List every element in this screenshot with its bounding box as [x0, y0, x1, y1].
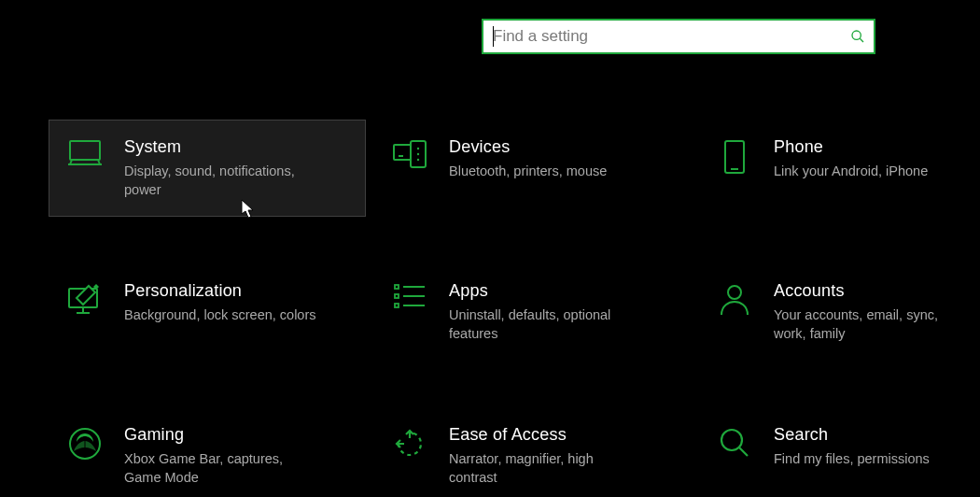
tile-desc: Background, lock screen, colors [124, 306, 320, 325]
phone-icon [716, 139, 753, 177]
tile-title: Personalization [124, 281, 352, 301]
tile-ease-of-access[interactable]: Ease of Access Narrator, magnifier, high… [373, 407, 691, 497]
tile-apps[interactable]: Apps Uninstall, defaults, optional featu… [373, 263, 691, 361]
svg-point-10 [417, 153, 419, 155]
tile-desc: Bluetooth, printers, mouse [449, 163, 645, 181]
svg-line-1 [860, 38, 863, 42]
apps-icon [391, 283, 428, 320]
svg-point-25 [721, 430, 742, 450]
search-icon [842, 29, 874, 44]
tile-title: Ease of Access [449, 425, 677, 445]
tile-title: Devices [449, 137, 677, 157]
svg-line-26 [739, 447, 748, 456]
text-caret [493, 26, 494, 47]
devices-icon [391, 139, 428, 177]
tile-title: Search [774, 425, 973, 445]
tile-search[interactable]: Search Find my files, permissions [698, 407, 980, 497]
tile-phone[interactable]: Phone Link your Android, iPhone [698, 120, 980, 217]
search-input[interactable] [483, 21, 842, 52]
svg-rect-19 [395, 304, 399, 307]
tile-title: Apps [449, 281, 677, 301]
tile-title: Gaming [124, 425, 352, 445]
tile-desc: Your accounts, email, sync, work, family [774, 306, 970, 343]
svg-rect-12 [725, 141, 744, 173]
tile-system[interactable]: System Display, sound, notifications, po… [49, 120, 366, 217]
svg-point-9 [417, 148, 419, 149]
tile-personalization[interactable]: Personalization Background, lock screen,… [49, 263, 366, 361]
tile-gaming[interactable]: Gaming Xbox Game Bar, captures, Game Mod… [49, 407, 366, 497]
svg-rect-2 [70, 141, 100, 160]
svg-rect-18 [395, 294, 399, 298]
tile-desc: Uninstall, defaults, optional features [449, 306, 645, 343]
tile-title: Phone [774, 137, 973, 157]
tile-desc: Find my files, permissions [774, 450, 970, 469]
gaming-icon [66, 427, 104, 464]
tile-desc: Xbox Game Bar, captures, Game Mode [124, 450, 320, 487]
svg-point-23 [728, 286, 741, 299]
tile-title: Accounts [774, 281, 973, 301]
search-tile-icon [716, 427, 753, 464]
tile-desc: Display, sound, notifications, power [124, 163, 320, 199]
accounts-icon [716, 283, 753, 320]
ease-of-access-icon [391, 427, 428, 464]
tile-desc: Link your Android, iPhone [774, 163, 970, 181]
search-box[interactable] [482, 19, 875, 54]
tile-devices[interactable]: Devices Bluetooth, printers, mouse [373, 120, 691, 217]
system-icon [66, 139, 104, 177]
svg-point-11 [417, 159, 419, 161]
settings-grid: System Display, sound, notifications, po… [49, 120, 973, 497]
tile-title: System [124, 137, 352, 157]
tile-desc: Narrator, magnifier, high contrast [449, 450, 645, 487]
personalization-icon [66, 283, 104, 320]
svg-point-0 [852, 31, 861, 39]
svg-rect-17 [395, 285, 399, 289]
tile-accounts[interactable]: Accounts Your accounts, email, sync, wor… [698, 263, 980, 361]
